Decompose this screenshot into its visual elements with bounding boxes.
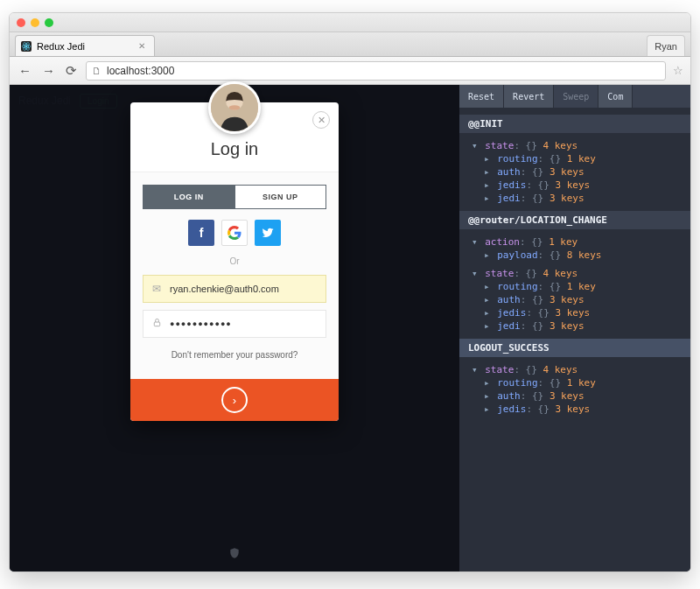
redux-devtools-panel: Reset Revert Sweep Com @@INIT▾ state: {}… (459, 85, 690, 571)
tree-node[interactable]: ▾ state: {} 4 keys (472, 267, 682, 280)
reload-button[interactable]: ⟳ (64, 64, 79, 77)
tree-node[interactable]: ▸ jedis: {} 3 keys (472, 179, 682, 192)
tab-login[interactable]: LOG IN (143, 185, 235, 209)
devtools-log[interactable]: @@INIT▾ state: {} 4 keys▸ routing: {} 1 … (459, 108, 690, 571)
window-titlebar (10, 13, 690, 32)
tree-node[interactable]: ▸ jedis: {} 3 keys (472, 403, 682, 416)
page-viewport: Redux Jedi Login ✕ Log in LOG IN SIGN UP (10, 85, 690, 571)
tab-title: Redux Jedi (37, 41, 85, 52)
window-zoom-button[interactable] (45, 18, 53, 27)
commit-button[interactable]: Com (598, 85, 633, 108)
forward-button[interactable]: → (40, 64, 57, 77)
window-close-button[interactable] (17, 18, 25, 27)
devtools-toolbar: Reset Revert Sweep Com (459, 85, 690, 108)
browser-window: Redux Jedi ✕ Ryan ← → ⟳ 🗋 localhost:3000… (9, 12, 691, 572)
revert-button[interactable]: Revert (504, 85, 554, 108)
svg-point-0 (25, 45, 27, 46)
action-header[interactable]: @@INIT (459, 115, 690, 133)
auth0-badge-icon (228, 547, 241, 563)
mail-icon: ✉ (144, 283, 170, 295)
reset-button[interactable]: Reset (459, 85, 504, 108)
email-field[interactable]: ✉ ryan.chenkie@auth0.com (143, 275, 326, 303)
tree-node[interactable]: ▸ routing: {} 1 key (472, 152, 682, 165)
profile-badge[interactable]: Ryan (647, 35, 685, 56)
url-text: localhost:3000 (107, 65, 174, 77)
tree-node[interactable]: ▾ state: {} 4 keys (472, 139, 682, 152)
google-login-button[interactable] (221, 220, 248, 246)
login-modal: ✕ Log in LOG IN SIGN UP f (130, 102, 339, 421)
back-button[interactable]: ← (17, 64, 33, 77)
tree-node[interactable]: ▾ state: {} 4 keys (472, 363, 682, 376)
page-icon: 🗋 (92, 66, 102, 76)
email-value: ryan.chenkie@auth0.com (170, 284, 279, 294)
password-value: ●●●●●●●●●●● (170, 319, 232, 328)
tree-node[interactable]: ▾ action: {} 1 key (472, 235, 682, 249)
bookmark-star-icon[interactable]: ☆ (673, 64, 683, 77)
twitter-login-button[interactable] (255, 220, 281, 246)
submit-button[interactable]: › (130, 379, 339, 421)
facebook-login-button[interactable]: f (188, 220, 214, 246)
tree-node[interactable]: ▸ jedi: {} 3 keys (472, 319, 682, 333)
tab-signup[interactable]: SIGN UP (235, 185, 327, 209)
window-minimize-button[interactable] (31, 18, 39, 27)
action-header[interactable]: @@router/LOCATION_CHANGE (459, 211, 690, 229)
or-divider: Or (143, 256, 326, 266)
svg-rect-7 (154, 322, 159, 326)
avatar (208, 81, 261, 134)
arrow-right-icon: › (221, 387, 248, 413)
app-main-area: Redux Jedi Login ✕ Log in LOG IN SIGN UP (10, 85, 459, 571)
tab-strip: Redux Jedi ✕ Ryan (10, 32, 690, 57)
browser-tab[interactable]: Redux Jedi ✕ (15, 35, 155, 56)
tree-node[interactable]: ▸ payload: {} 8 keys (472, 249, 682, 262)
tree-node[interactable]: ▸ auth: {} 3 keys (472, 293, 682, 306)
sweep-button[interactable]: Sweep (554, 85, 598, 108)
modal-close-button[interactable]: ✕ (312, 111, 330, 129)
react-favicon (21, 41, 32, 52)
tree-node[interactable]: ▸ auth: {} 3 keys (472, 165, 682, 179)
forgot-password-link[interactable]: Don't remember your password? (143, 345, 326, 370)
tab-close-icon[interactable]: ✕ (138, 41, 145, 51)
auth-tab-switch: LOG IN SIGN UP (143, 185, 326, 209)
address-bar[interactable]: 🗋 localhost:3000 (86, 61, 666, 81)
tree-node[interactable]: ▸ jedi: {} 3 keys (472, 192, 682, 205)
browser-toolbar: ← → ⟳ 🗋 localhost:3000 ☆ (10, 57, 690, 85)
password-field[interactable]: ●●●●●●●●●●● (143, 310, 326, 338)
svg-point-6 (229, 105, 241, 109)
action-header[interactable]: LOGOUT_SUCCESS (459, 339, 690, 357)
tree-node[interactable]: ▸ jedis: {} 3 keys (472, 306, 682, 319)
tree-node[interactable]: ▸ routing: {} 1 key (472, 376, 682, 389)
tree-node[interactable]: ▸ routing: {} 1 key (472, 280, 682, 293)
tree-node[interactable]: ▸ auth: {} 3 keys (472, 389, 682, 403)
modal-title: Log in (130, 139, 339, 159)
lock-icon (144, 318, 170, 330)
